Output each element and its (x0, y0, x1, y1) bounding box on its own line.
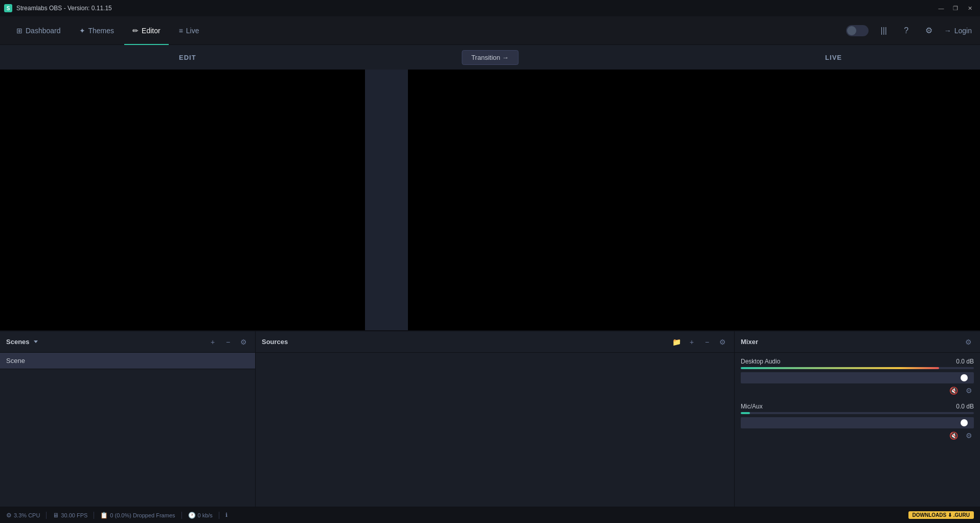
edit-canvas[interactable] (0, 70, 365, 330)
mixer-channel-mic: Mic/Aux 0.0 dB 🔇 ⚙ (741, 403, 974, 441)
sources-panel-actions: 📁 + − ⚙ (671, 336, 728, 348)
mixer-bottom-controls-mic: 🔇 ⚙ (741, 430, 974, 441)
mixer-bottom-controls-desktop: 🔇 ⚙ (741, 385, 974, 396)
bottom-panels: Scenes + − ⚙ Scene Sources 📁 + − ⚙ (0, 330, 980, 507)
nav-item-live[interactable]: ≡ Live (171, 16, 208, 45)
top-navigation: ⊞ Dashboard ✦ Themes ✏ Editor ≡ Live |||… (0, 16, 980, 45)
dropped-label: 0 (0.0%) Dropped Frames (110, 512, 175, 518)
nav-item-themes[interactable]: ✦ Themes (71, 16, 123, 45)
theme-toggle[interactable] (846, 25, 869, 36)
studio-canvases (0, 70, 980, 330)
scenes-panel-title: Scenes (6, 338, 38, 346)
mixer-channel-mic-db: 0.0 dB (956, 403, 974, 410)
nav-label-live: Live (186, 27, 199, 35)
studio-header: EDIT Transition → LIVE (0, 45, 980, 70)
mixer-fader-desktop[interactable] (741, 372, 974, 383)
status-info[interactable]: ℹ (219, 512, 234, 518)
login-icon: → (944, 27, 951, 35)
transition-button[interactable]: Transition → (462, 50, 518, 65)
sources-list (256, 353, 734, 507)
status-network: 🕐 0 kb/s (182, 512, 219, 519)
scenes-panel-header: Scenes + − ⚙ (0, 331, 255, 353)
nav-items: ⊞ Dashboard ✦ Themes ✏ Editor ≡ Live (8, 16, 208, 45)
app-title: Streamlabs OBS - Version: 0.11.15 (16, 5, 112, 12)
cpu-label: 3.3% CPU (14, 512, 40, 518)
nav-item-editor[interactable]: ✏ Editor (124, 16, 169, 45)
themes-icon: ✦ (79, 27, 85, 35)
scenes-add-button[interactable]: + (207, 336, 218, 348)
nav-item-dashboard[interactable]: ⊞ Dashboard (8, 16, 69, 45)
mixer-fader-mic[interactable] (741, 417, 974, 428)
mixer-settings-mic[interactable]: ⚙ (964, 430, 974, 441)
sources-add-button[interactable]: + (686, 336, 697, 348)
mixer-level-bar-desktop (741, 367, 974, 369)
fps-label: 30.00 FPS (61, 512, 87, 518)
mixer-settings-button[interactable]: ⚙ (963, 336, 974, 348)
scenes-dropdown-icon[interactable] (34, 340, 38, 343)
scenes-title-text: Scenes (6, 338, 30, 346)
mixer-level-fill-desktop (741, 367, 939, 369)
live-icon: ≡ (179, 27, 183, 35)
sources-remove-button[interactable]: − (701, 336, 713, 348)
status-cpu: ⚙ 3.3% CPU (6, 512, 47, 519)
status-dropped: 📋 0 (0.0%) Dropped Frames (94, 512, 181, 519)
mixer-channel-desktop-header: Desktop Audio 0.0 dB (741, 358, 974, 365)
downloads-badge[interactable]: DOWNLOADS ⬇ .GURU (908, 511, 974, 519)
mixer-mute-mic[interactable]: 🔇 (948, 430, 959, 441)
bars-button[interactable]: ||| (877, 24, 891, 38)
mixer-title-text: Mixer (741, 338, 758, 346)
sources-title-text: Sources (262, 338, 288, 346)
login-button[interactable]: → Login (944, 27, 972, 35)
scenes-panel-actions: + − ⚙ (207, 336, 249, 348)
scenes-panel: Scenes + − ⚙ Scene (0, 331, 256, 507)
fps-icon: 🖥 (53, 512, 59, 519)
sources-panel-header: Sources 📁 + − ⚙ (256, 331, 734, 353)
mixer-channel-mic-name: Mic/Aux (741, 403, 763, 410)
maximize-button[interactable]: ❐ (949, 3, 962, 13)
network-icon: 🕐 (188, 512, 196, 519)
editor-icon: ✏ (132, 27, 139, 35)
help-button[interactable]: ? (899, 24, 914, 38)
canvas-divider (365, 70, 408, 330)
statusbar-left: ⚙ 3.3% CPU 🖥 30.00 FPS 📋 0 (0.0%) Droppe… (6, 512, 234, 519)
cpu-icon: ⚙ (6, 512, 12, 519)
dropped-icon: 📋 (100, 512, 108, 519)
titlebar-left: S Streamlabs OBS - Version: 0.11.15 (4, 4, 112, 12)
sources-settings-button[interactable]: ⚙ (717, 336, 728, 348)
scenes-list: Scene (0, 353, 255, 507)
edit-label: EDIT (0, 54, 511, 61)
network-label: 0 kb/s (198, 512, 213, 518)
mixer-fader-thumb-desktop[interactable] (961, 374, 968, 381)
mixer-channel-desktop-db: 0.0 dB (956, 358, 974, 365)
close-button[interactable]: ✕ (964, 3, 976, 13)
mixer-channel-desktop-name: Desktop Audio (741, 358, 780, 365)
info-icon: ℹ (225, 512, 227, 518)
scene-item[interactable]: Scene (0, 353, 255, 369)
mixer-panel-actions: ⚙ (963, 336, 974, 348)
window-controls: — ❐ ✕ (935, 3, 976, 13)
titlebar: S Streamlabs OBS - Version: 0.11.15 — ❐ … (0, 0, 980, 16)
mixer-mute-desktop[interactable]: 🔇 (948, 385, 959, 396)
mixer-level-fill-mic (741, 412, 750, 414)
settings-button[interactable]: ⚙ (922, 24, 936, 38)
sources-folder-button[interactable]: 📁 (671, 336, 682, 348)
mixer-fader-thumb-mic[interactable] (961, 419, 968, 426)
sources-panel: Sources 📁 + − ⚙ (256, 331, 735, 507)
mixer-panel-header: Mixer ⚙ (735, 331, 980, 353)
mixer-settings-desktop[interactable]: ⚙ (964, 385, 974, 396)
live-label: LIVE (511, 54, 981, 61)
minimize-button[interactable]: — (935, 3, 947, 13)
nav-label-editor: Editor (142, 27, 161, 35)
scenes-remove-button[interactable]: − (222, 336, 234, 348)
studio-area: EDIT Transition → LIVE (0, 45, 980, 330)
mixer-channel-desktop: Desktop Audio 0.0 dB 🔇 ⚙ (741, 358, 974, 396)
sources-panel-title: Sources (262, 338, 288, 346)
login-label: Login (954, 27, 972, 35)
scenes-settings-button[interactable]: ⚙ (238, 336, 249, 348)
nav-label-dashboard: Dashboard (26, 27, 61, 35)
nav-label-themes: Themes (88, 27, 115, 35)
statusbar: ⚙ 3.3% CPU 🖥 30.00 FPS 📋 0 (0.0%) Droppe… (0, 507, 980, 523)
app-icon: S (4, 4, 12, 12)
dashboard-icon: ⊞ (16, 27, 22, 35)
statusbar-right: DOWNLOADS ⬇ .GURU (908, 511, 974, 519)
